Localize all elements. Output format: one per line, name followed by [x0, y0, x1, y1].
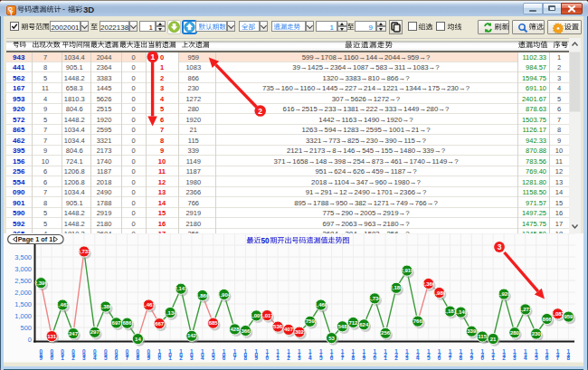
- svg-text:091: 091: [61, 348, 64, 362]
- svg-text:138: 138: [566, 348, 570, 362]
- svg-text:111: 111: [276, 348, 280, 362]
- svg-text:366: 366: [241, 328, 251, 334]
- svg-text:095: 095: [103, 348, 107, 362]
- svg-text:127: 127: [448, 348, 451, 362]
- svg-text:124: 124: [416, 348, 420, 362]
- svg-text:100: 100: [157, 348, 161, 362]
- svg-text:094: 094: [93, 348, 97, 362]
- svg-text:759: 759: [305, 318, 315, 324]
- svg-text:3,000: 3,000: [14, 265, 32, 273]
- svg-text:132: 132: [502, 348, 506, 362]
- svg-text:256: 256: [381, 330, 391, 336]
- svg-text:109: 109: [254, 348, 258, 362]
- svg-text:115: 115: [318, 348, 322, 362]
- svg-text:14: 14: [135, 337, 141, 342]
- svg-text:866: 866: [542, 317, 552, 322]
- svg-text:129: 129: [469, 348, 473, 362]
- svg-text:1,000: 1,000: [14, 312, 32, 320]
- svg-text:103: 103: [190, 348, 194, 362]
- svg-text:120: 120: [373, 348, 376, 362]
- svg-text:500: 500: [20, 324, 32, 332]
- svg-text:959: 959: [564, 314, 574, 319]
- svg-text:131: 131: [47, 334, 57, 339]
- svg-text:114: 114: [308, 348, 312, 362]
- svg-text:107: 107: [232, 348, 236, 362]
- svg-text:1,500: 1,500: [14, 300, 32, 308]
- svg-text:092: 092: [71, 348, 75, 362]
- svg-text:106: 106: [222, 348, 225, 362]
- svg-text:128: 128: [459, 348, 462, 362]
- svg-text:093: 093: [82, 348, 86, 362]
- svg-text:113: 113: [298, 348, 301, 362]
- svg-text:667: 667: [155, 321, 165, 327]
- svg-text:536: 536: [273, 324, 283, 329]
- svg-text:117: 117: [340, 348, 344, 362]
- svg-text:697: 697: [111, 320, 121, 326]
- svg-text:096: 096: [114, 348, 118, 362]
- svg-text:Page 1 of 1: Page 1 of 1: [17, 235, 52, 243]
- svg-text:548: 548: [337, 324, 347, 329]
- svg-text:098: 098: [136, 348, 139, 362]
- svg-text:21: 21: [489, 337, 496, 342]
- svg-text:136: 136: [545, 348, 548, 362]
- svg-text:112: 112: [287, 348, 290, 362]
- svg-text:123: 123: [405, 348, 409, 362]
- svg-text:685: 685: [208, 320, 218, 326]
- svg-text:121: 121: [384, 348, 387, 362]
- svg-text:297: 297: [90, 329, 100, 335]
- svg-text:53: 53: [328, 336, 335, 341]
- svg-text:122: 122: [394, 348, 398, 362]
- svg-text:134: 134: [524, 348, 527, 362]
- svg-text:624: 624: [359, 322, 369, 327]
- svg-text:110: 110: [265, 348, 269, 362]
- svg-text:102: 102: [179, 348, 183, 362]
- svg-text:407: 407: [283, 327, 293, 332]
- svg-text:712: 712: [348, 320, 358, 326]
- svg-text:Y: Y: [9, 10, 14, 16]
- svg-text:135: 135: [534, 348, 537, 362]
- svg-text:142: 142: [186, 333, 196, 338]
- svg-text:116: 116: [329, 348, 333, 362]
- svg-text:280: 280: [509, 330, 519, 336]
- svg-text:105: 105: [211, 348, 214, 362]
- svg-text:099: 099: [147, 348, 150, 362]
- svg-text:339: 339: [467, 328, 477, 334]
- svg-text:247: 247: [68, 331, 78, 337]
- svg-text:133: 133: [513, 348, 517, 362]
- svg-text:0: 0: [27, 336, 31, 344]
- svg-text:428: 428: [230, 327, 240, 332]
- svg-text:101: 101: [168, 348, 172, 362]
- svg-text:2,000: 2,000: [14, 289, 32, 297]
- svg-text:118: 118: [351, 348, 355, 362]
- svg-text:2,500: 2,500: [14, 277, 32, 285]
- svg-text:104: 104: [201, 348, 204, 362]
- svg-text:089: 089: [39, 348, 43, 362]
- svg-text:119: 119: [362, 348, 365, 362]
- svg-text:766: 766: [413, 318, 422, 324]
- svg-text:126: 126: [437, 348, 441, 362]
- svg-text:108: 108: [243, 348, 247, 362]
- svg-text:125: 125: [426, 348, 430, 362]
- svg-text:3,500: 3,500: [14, 253, 32, 261]
- svg-text:302: 302: [294, 329, 304, 335]
- svg-text:115: 115: [478, 334, 487, 339]
- svg-text:097: 097: [125, 348, 128, 362]
- svg-text:230: 230: [531, 331, 541, 337]
- svg-text:090: 090: [50, 348, 53, 362]
- svg-text:137: 137: [555, 348, 559, 362]
- svg-text:686: 686: [122, 320, 132, 326]
- svg-text:131: 131: [491, 348, 495, 362]
- svg-text:130: 130: [480, 348, 484, 362]
